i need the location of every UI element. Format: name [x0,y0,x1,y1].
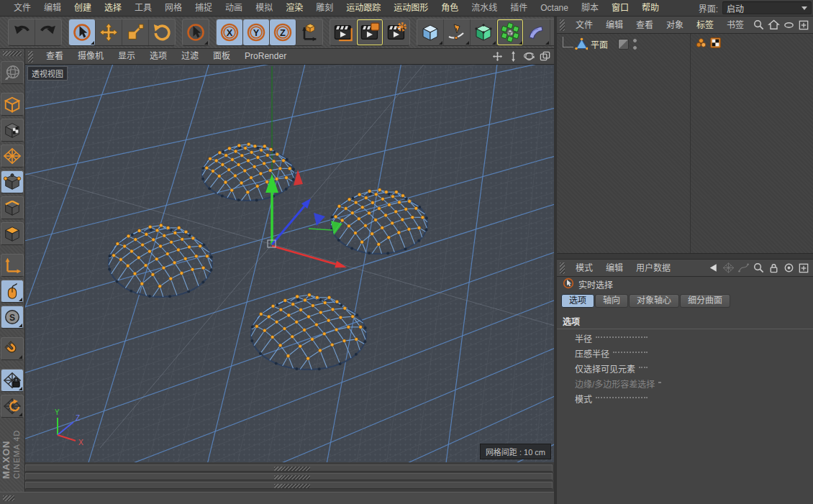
menu-17[interactable]: Octane [534,0,575,16]
menu-15[interactable]: 流水线 [465,0,504,16]
maximize-icon[interactable] [539,50,551,63]
undo-button[interactable] [9,19,35,45]
menu-11[interactable]: 雕刻 [309,0,340,16]
viewport-menu-查看[interactable]: 查看 [39,49,71,64]
menu-14[interactable]: 角色 [435,0,465,16]
menu-5[interactable]: 工具 [128,0,158,16]
viewport-menu-面板[interactable]: 面板 [206,49,237,64]
search-icon[interactable] [753,262,765,274]
lock-x-button[interactable]: X [217,19,243,45]
lock-workplane-button[interactable] [1,369,24,392]
polygon-object-icon[interactable] [575,37,588,50]
attribute-manager-grip[interactable] [560,262,565,274]
wireframe-disc-1[interactable] [201,142,295,201]
view-label[interactable]: 透视视图 [27,66,68,81]
live-selection-button[interactable] [69,19,96,45]
om-menu-文件[interactable]: 文件 [569,17,599,33]
mode-toolbar-grip[interactable] [3,51,22,56]
object-name[interactable]: 平面 [591,38,608,50]
om-menu-书签[interactable]: 书签 [720,17,750,33]
back-icon[interactable] [707,262,719,274]
magnet-snap-button[interactable] [1,337,24,360]
redo-button[interactable] [35,19,61,45]
viewport-menu-显示[interactable]: 显示 [111,49,142,64]
pan-icon[interactable] [491,50,504,63]
bend-deformer-button[interactable] [524,19,550,45]
status-bar-grip[interactable] [3,495,14,501]
last-tool-button[interactable] [183,19,209,45]
menu-16[interactable]: 插件 [504,0,534,16]
panel-plus-icon[interactable] [798,262,810,274]
scale-button[interactable] [122,19,149,45]
strip-grip[interactable] [274,475,310,480]
interface-select[interactable]: 启动 [722,1,812,14]
points-mode-button[interactable] [1,170,24,193]
phong-tag-icon[interactable] [695,37,707,51]
tab-对象轴心[interactable]: 对象轴心 [629,294,679,308]
render-settings-button[interactable] [383,19,409,45]
wireframe-disc-2[interactable] [330,188,428,255]
viewport-menubar-grip[interactable] [28,51,33,63]
layer-color-swatch[interactable] [618,39,629,50]
coord-system-button[interactable] [296,19,322,45]
tab-轴向[interactable]: 轴向 [595,294,628,308]
wireframe-disc-4[interactable] [250,293,366,370]
pen-spline-button[interactable] [444,19,471,45]
am-menu-编辑[interactable]: 编辑 [599,260,630,276]
polygon-mode-button[interactable] [1,222,24,245]
lock-y-button[interactable]: Y [243,19,270,45]
render-picture-viewer-button[interactable] [357,19,383,45]
am-menu-模式[interactable]: 模式 [569,260,599,276]
strip-grip[interactable] [274,467,310,471]
am-menu-用户数据[interactable]: 用户数据 [630,260,677,276]
object-row-plane[interactable]: 平面 [557,37,813,51]
workplane-mode-button[interactable] [1,145,24,168]
timeline-strip-1[interactable] [25,464,553,472]
enable-axis-button[interactable] [1,254,24,277]
om-menu-标签[interactable]: 标签 [690,17,720,33]
menu-2[interactable]: 编辑 [37,0,68,16]
wireframe-disc-3[interactable] [108,224,213,298]
object-manager-grip[interactable] [560,19,565,31]
subdivision-surface-button[interactable] [471,19,497,45]
menu-10[interactable]: 渲染 [279,0,309,16]
tab-选项[interactable]: 选项 [561,294,594,308]
perspective-viewport[interactable]: YZX 透视视图 网格间距 : 10 cm [25,65,554,462]
editor-visibility-dot[interactable] [632,38,637,43]
viewport-menu-选项[interactable]: 选项 [142,49,174,64]
menu-9[interactable]: 模拟 [249,0,279,16]
menu-3[interactable]: 创建 [68,0,98,16]
menu-1[interactable]: 文件 [7,0,37,16]
viewport-menu-过滤[interactable]: 过滤 [174,49,206,64]
target-icon[interactable] [783,262,795,274]
selection-tag-icon[interactable] [709,37,722,51]
panel-plus-icon[interactable] [798,19,810,31]
timeline-strip-2[interactable] [25,473,553,480]
eye-icon[interactable] [783,19,795,31]
om-menu-对象[interactable]: 对象 [660,17,690,33]
menu-12[interactable]: 运动跟踪 [340,0,387,16]
menu-7[interactable]: 捕捉 [189,0,219,16]
history-grid-icon[interactable] [722,262,735,274]
lock-z-button[interactable]: Z [270,19,296,45]
orbit-icon[interactable] [523,50,535,63]
menu-13[interactable]: 运动图形 [387,0,435,16]
snap-toggle-button[interactable]: S [1,306,24,329]
menu-19[interactable]: 窗口 [605,0,635,16]
render-view-button[interactable] [330,19,357,45]
history-spline-icon[interactable] [737,262,750,274]
strip-grip[interactable] [274,484,310,488]
mograph-cloner-button[interactable] [497,19,524,45]
texture-mode-button[interactable] [1,119,24,142]
make-editable-button[interactable] [1,61,24,84]
timeline-strip-3[interactable] [25,482,553,489]
search-icon[interactable] [753,19,765,31]
menu-6[interactable]: 网格 [158,0,189,16]
menu-20[interactable]: 帮助 [635,0,666,16]
lock-icon[interactable] [768,262,780,274]
menu-8[interactable]: 动画 [219,0,249,16]
dolly-icon[interactable] [507,50,519,63]
move-button[interactable] [96,19,122,45]
viewport-menu-摄像机[interactable]: 摄像机 [71,49,111,64]
home-icon[interactable] [768,19,780,31]
